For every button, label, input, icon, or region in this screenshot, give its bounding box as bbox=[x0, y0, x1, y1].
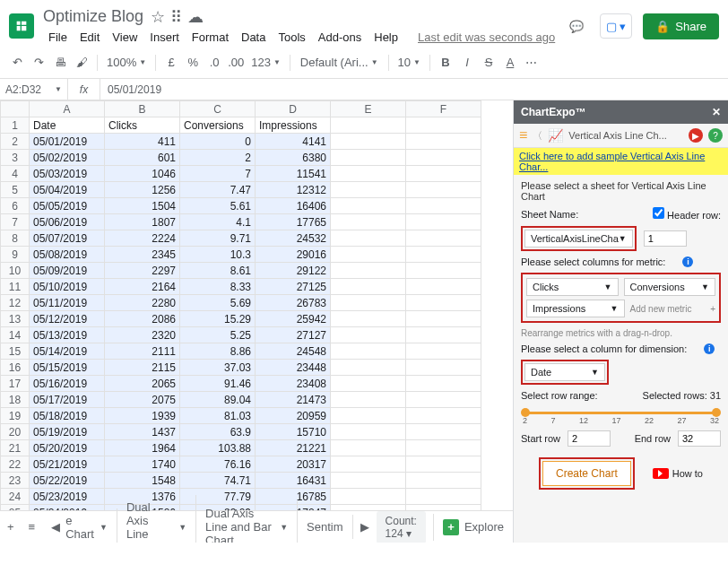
cell[interactable]: 05/23/2019 bbox=[30, 489, 105, 505]
comments-icon[interactable]: 💬 bbox=[564, 13, 589, 39]
cell[interactable]: 74.71 bbox=[180, 473, 256, 489]
cell[interactable]: 9.71 bbox=[180, 230, 256, 247]
cell[interactable]: 05/20/2019 bbox=[30, 440, 105, 456]
redo-icon[interactable]: ↷ bbox=[29, 52, 48, 74]
cell[interactable]: 2345 bbox=[105, 247, 180, 263]
cell[interactable]: 24548 bbox=[256, 343, 331, 360]
cell[interactable]: 05/16/2019 bbox=[30, 376, 105, 392]
cell[interactable]: 23448 bbox=[256, 360, 331, 376]
present-button[interactable]: ▢ ▾ bbox=[600, 13, 633, 39]
sidebar-menu-icon[interactable]: ≡ bbox=[519, 127, 527, 143]
move-icon[interactable]: ⠿ bbox=[170, 7, 182, 27]
row-header[interactable]: 19 bbox=[1, 408, 30, 424]
menu-tools[interactable]: Tools bbox=[273, 29, 310, 46]
undo-icon[interactable]: ↶ bbox=[7, 52, 27, 74]
cell[interactable]: 05/12/2019 bbox=[30, 311, 105, 327]
cloud-icon[interactable]: ☁ bbox=[187, 7, 204, 27]
row-header[interactable]: 16 bbox=[1, 360, 30, 376]
row-header[interactable]: 17 bbox=[1, 376, 30, 392]
cell[interactable]: 1046 bbox=[105, 166, 180, 182]
cell[interactable]: 8.86 bbox=[180, 343, 256, 360]
cell[interactable]: 2280 bbox=[105, 295, 180, 311]
italic-btn[interactable]: I bbox=[457, 52, 477, 74]
row-header[interactable]: 6 bbox=[1, 198, 30, 214]
cell[interactable]: 103.88 bbox=[180, 440, 256, 456]
cell[interactable]: 601 bbox=[105, 150, 180, 166]
all-sheets-btn[interactable]: ≡ bbox=[22, 520, 43, 534]
toolbar-more[interactable]: ⋯ bbox=[522, 52, 542, 74]
cell[interactable]: 1964 bbox=[105, 440, 180, 456]
cell[interactable]: 26783 bbox=[256, 295, 331, 311]
cell[interactable]: 7.47 bbox=[180, 182, 256, 198]
row-header[interactable]: 20 bbox=[1, 424, 30, 440]
cell[interactable]: 11541 bbox=[256, 166, 331, 182]
create-chart-button[interactable]: Create Chart bbox=[542, 461, 631, 486]
cell[interactable]: 2111 bbox=[105, 343, 180, 360]
cell[interactable]: 27127 bbox=[256, 327, 331, 343]
menu-format[interactable]: Format bbox=[186, 29, 234, 46]
zoom-select[interactable]: 100%▼ bbox=[103, 56, 150, 69]
doc-title[interactable]: Optimize Blog bbox=[43, 7, 143, 26]
col-header[interactable]: B bbox=[105, 101, 180, 117]
info-icon[interactable]: i bbox=[682, 256, 693, 267]
cell[interactable]: 6380 bbox=[256, 150, 331, 166]
add-metric-btn[interactable]: Add new metric+ bbox=[630, 304, 716, 314]
cell[interactable]: 25942 bbox=[256, 311, 331, 327]
cell[interactable]: 2297 bbox=[105, 263, 180, 279]
cell[interactable]: 10.3 bbox=[180, 247, 256, 263]
cell[interactable]: 05/18/2019 bbox=[30, 408, 105, 424]
header-row-input[interactable] bbox=[644, 230, 687, 247]
metric-select-1[interactable]: Clicks▼ bbox=[526, 278, 619, 296]
fx-input[interactable]: 05/01/2019 bbox=[100, 83, 161, 96]
record-icon[interactable]: ▶ bbox=[689, 128, 703, 143]
cell[interactable]: 05/08/2019 bbox=[30, 247, 105, 263]
font-select[interactable]: Default (Ari...▼ bbox=[296, 55, 383, 70]
cell[interactable]: 17765 bbox=[256, 214, 331, 230]
cell[interactable]: 1437 bbox=[105, 424, 180, 440]
cell[interactable]: 15710 bbox=[256, 424, 331, 440]
cell[interactable]: 16431 bbox=[256, 473, 331, 489]
row-header[interactable]: 10 bbox=[1, 263, 30, 279]
cell[interactable]: 05/07/2019 bbox=[30, 230, 105, 247]
cell[interactable]: 5.25 bbox=[180, 327, 256, 343]
row-header[interactable]: 13 bbox=[1, 311, 30, 327]
cell[interactable]: 05/22/2019 bbox=[30, 473, 105, 489]
col-header[interactable]: C bbox=[180, 101, 256, 117]
menu-file[interactable]: File bbox=[43, 29, 73, 46]
cell[interactable]: 21221 bbox=[256, 440, 331, 456]
end-row-input[interactable] bbox=[678, 430, 721, 447]
print-icon[interactable]: 🖶 bbox=[50, 52, 70, 74]
cell[interactable]: 05/15/2019 bbox=[30, 360, 105, 376]
sample-data-link[interactable]: Click here to add sample Vertical Axis L… bbox=[514, 148, 728, 175]
star-icon[interactable]: ☆ bbox=[151, 7, 165, 27]
cell[interactable]: 7 bbox=[180, 166, 256, 182]
cell[interactable]: 05/05/2019 bbox=[30, 198, 105, 214]
menu-view[interactable]: View bbox=[107, 29, 143, 46]
dec-more-btn[interactable]: .00 bbox=[226, 52, 246, 74]
metric-select-2[interactable]: Conversions▼ bbox=[624, 278, 716, 296]
start-row-input[interactable] bbox=[568, 430, 611, 447]
currency-btn[interactable]: £ bbox=[161, 52, 181, 74]
sidebar-back-icon[interactable]: 〈 bbox=[533, 129, 542, 143]
menu-help[interactable]: Help bbox=[368, 29, 403, 46]
cell[interactable]: 05/21/2019 bbox=[30, 456, 105, 473]
sheet-tab[interactable]: ◀e Chart▼ bbox=[42, 508, 117, 543]
cell[interactable]: 2115 bbox=[105, 360, 180, 376]
paint-icon[interactable]: 🖌 bbox=[72, 52, 91, 74]
cell[interactable]: 05/13/2019 bbox=[30, 327, 105, 343]
cell[interactable]: 1807 bbox=[105, 214, 180, 230]
col-header[interactable]: A bbox=[30, 101, 105, 117]
row-header[interactable]: 24 bbox=[1, 489, 30, 505]
cell[interactable]: 1939 bbox=[105, 408, 180, 424]
sheet-tab[interactable]: Dual Axis Line and Bar Chart▼ bbox=[196, 501, 298, 543]
row-header[interactable]: 21 bbox=[1, 440, 30, 456]
row-header[interactable]: 2 bbox=[1, 134, 30, 150]
menu-insert[interactable]: Insert bbox=[144, 29, 185, 46]
row-header[interactable]: 9 bbox=[1, 247, 30, 263]
cell[interactable]: 21473 bbox=[256, 392, 331, 408]
cell[interactable]: 1256 bbox=[105, 182, 180, 198]
share-button[interactable]: 🔒 Share bbox=[643, 13, 719, 39]
cell[interactable]: 05/01/2019 bbox=[30, 134, 105, 150]
cell[interactable]: 16406 bbox=[256, 198, 331, 214]
cell[interactable]: 29016 bbox=[256, 247, 331, 263]
